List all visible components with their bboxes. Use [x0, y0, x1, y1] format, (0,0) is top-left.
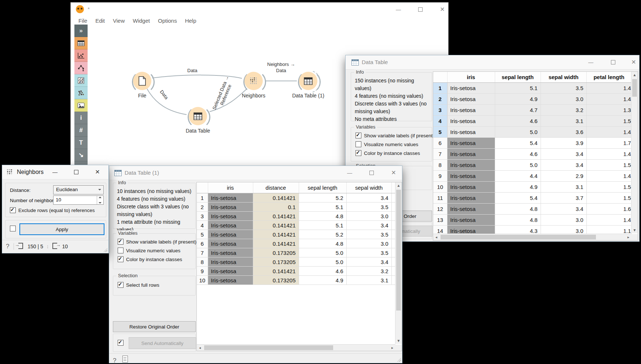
table-cell[interactable]: Iris-setosa [447, 116, 495, 127]
table-cell[interactable]: 1.5 [586, 160, 631, 171]
table-cell[interactable]: 4.6 [495, 149, 541, 160]
table-cell[interactable]: 1.4 [586, 149, 631, 160]
table-cell[interactable]: 11 [433, 193, 447, 204]
checkbox[interactable] [118, 256, 124, 262]
table-row[interactable]: 7Iris-setosa4.63.41.4 [433, 149, 631, 160]
table-row[interactable]: 7Iris-setosa0.1732055.03.5 [197, 248, 398, 257]
table-cell[interactable]: Iris-setosa [208, 267, 253, 276]
maximize-button[interactable] [71, 168, 81, 177]
checkbox[interactable] [118, 248, 124, 253]
select-full-rows-checkbox[interactable] [118, 282, 124, 288]
column-header[interactable]: distance [253, 182, 299, 193]
table-row[interactable]: 5Iris-setosa5.03.61.4 [433, 127, 631, 138]
table-row[interactable]: 5Iris-setosa0.1414215.23.5 [197, 230, 398, 239]
toolbar-image-widget-icon[interactable] [74, 99, 88, 112]
table-cell[interactable]: 3.4 [541, 204, 586, 215]
table-cell[interactable]: 0.141421 [253, 212, 299, 221]
table-cell[interactable]: Iris-setosa [447, 138, 495, 149]
exclude-rows-row[interactable]: Exclude rows (equal to) references [10, 207, 95, 214]
table-cell[interactable]: 3.1 [346, 276, 391, 285]
send-automatically-button[interactable]: Send Automatically [129, 337, 196, 349]
table-cell[interactable]: Iris-setosa [208, 230, 253, 239]
table-cell[interactable]: Iris-setosa [208, 239, 253, 248]
apply-button[interactable]: Apply [19, 223, 104, 235]
table-cell[interactable]: 3.1 [541, 182, 586, 193]
table-cell[interactable]: 3 [197, 212, 208, 221]
table-cell[interactable]: 4 [197, 221, 208, 230]
table-cell[interactable]: 1.3 [586, 105, 631, 116]
variables-option-row[interactable]: Color by instance classes [356, 150, 420, 157]
table-row[interactable]: 8Iris-setosa5.03.41.5 [433, 160, 631, 171]
close-button[interactable]: ✕ [437, 5, 447, 14]
table-cell[interactable]: Iris-setosa [208, 212, 253, 221]
column-header[interactable] [197, 182, 208, 193]
table-cell[interactable]: 5.0 [495, 127, 541, 138]
table-cell[interactable]: 1.4 [586, 127, 631, 138]
table-cell[interactable]: 4.8 [299, 239, 346, 248]
table-row[interactable]: 12Iris-setosa4.83.41.6 [433, 204, 631, 215]
table-cell[interactable]: 5.0 [299, 248, 346, 257]
horizontal-scrollbar[interactable]: ◂ ▸ [197, 344, 395, 351]
table-row[interactable]: 6Iris-setosa5.43.91.7 [433, 138, 631, 149]
toolbar-tree-widget-icon[interactable] [74, 62, 88, 74]
table-cell[interactable]: 3.9 [541, 138, 586, 149]
data-table-1-node[interactable] [299, 72, 317, 90]
table-cell[interactable]: 5.1 [495, 83, 541, 94]
vertical-scrollbar[interactable]: ▲ ▼ [631, 72, 638, 233]
restore-original-order-button[interactable]: Restore Original Order [113, 321, 196, 332]
toolbar-expand-dock-icon[interactable]: » [74, 25, 88, 37]
help-icon[interactable]: ? [113, 357, 116, 364]
table-cell[interactable]: 1.5 [586, 182, 631, 193]
table-cell[interactable]: Iris-setosa [447, 149, 495, 160]
maximize-button[interactable] [415, 5, 426, 14]
table-cell[interactable]: 5.1 [299, 221, 346, 230]
exclude-rows-checkbox[interactable] [10, 207, 16, 213]
table-cell[interactable]: 0.141421 [253, 193, 299, 203]
table-row[interactable]: 4Iris-setosa4.63.11.5 [433, 116, 631, 127]
column-header[interactable]: iris [208, 182, 253, 193]
table-row[interactable]: 1Iris-setosa5.13.51.4 [433, 83, 631, 94]
help-icon[interactable]: ? [6, 243, 9, 250]
neighbors-node[interactable] [244, 72, 263, 90]
table-cell[interactable]: 10 [433, 182, 447, 193]
horizontal-scrollbar[interactable]: ◂ ▸ [433, 234, 631, 240]
vertical-scrollbar[interactable]: ▲ ▼ [395, 182, 402, 344]
table-cell[interactable]: 5.1 [299, 203, 346, 212]
toolbar-text-tool-icon[interactable]: T [74, 137, 88, 149]
table-cell[interactable]: 1.5 [586, 116, 631, 127]
table-cell[interactable]: 3.4 [346, 193, 391, 203]
menu-help[interactable]: Help [181, 16, 200, 26]
table-cell[interactable]: 3.5 [346, 230, 391, 239]
table-cell[interactable]: 1.4 [586, 215, 631, 226]
table-cell[interactable]: 4.7 [495, 105, 541, 116]
table-cell[interactable]: 3.0 [346, 239, 391, 248]
number-of-neighbors-spinbox[interactable]: 10 [53, 196, 104, 205]
column-header[interactable]: sepal width [346, 182, 391, 193]
menu-edit[interactable]: Edit [91, 16, 109, 26]
variables-option-row[interactable]: Color by instance classes [118, 256, 182, 263]
table-cell[interactable]: 5 [433, 127, 447, 138]
table-cell[interactable]: 6 [433, 138, 447, 149]
table-cell[interactable]: Iris-setosa [447, 127, 495, 138]
table-cell[interactable]: 3.0 [541, 94, 586, 105]
toolbar-arrow-tool-icon[interactable]: ↘ [74, 149, 88, 161]
table-cell[interactable]: 13 [433, 215, 447, 226]
menu-options[interactable]: Options [154, 16, 181, 26]
table-cell[interactable]: 3.4 [346, 257, 391, 267]
menu-widget[interactable]: Widget [129, 16, 154, 26]
table-cell[interactable]: 8 [433, 160, 447, 171]
close-button[interactable]: ✕ [92, 168, 103, 177]
column-header[interactable]: sepal length [299, 182, 346, 193]
column-header[interactable]: sepal width [541, 72, 586, 83]
table-row[interactable]: 1Iris-setosa0.1414215.23.4 [197, 193, 398, 203]
table-cell[interactable]: 3.4 [541, 149, 586, 160]
iris-data-table[interactable]: irissepal lengthsepal widthpetal length … [433, 72, 632, 237]
table-cell[interactable]: 1.4 [586, 94, 631, 105]
table-cell[interactable]: 3.7 [541, 193, 586, 204]
table-cell[interactable]: Iris-setosa [447, 193, 495, 204]
table-cell[interactable]: 3.6 [541, 127, 586, 138]
table-row[interactable]: 13Iris-setosa4.83.01.4 [433, 215, 631, 226]
variables-option-row[interactable]: Show variable labels (if present) [356, 133, 434, 139]
table-cell[interactable]: 9 [433, 171, 447, 182]
apply-auto-checkbox[interactable] [10, 226, 16, 231]
